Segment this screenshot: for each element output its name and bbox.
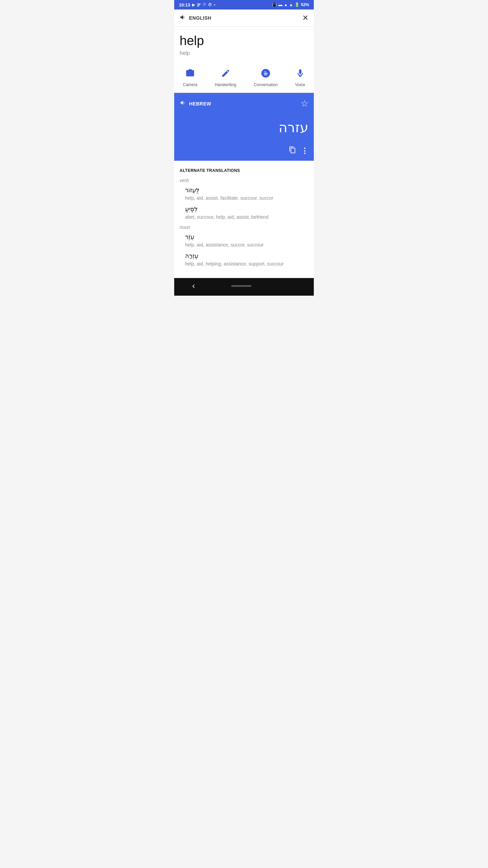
handwriting-label: Handwriting — [215, 82, 236, 87]
alt-translations-ezra: help, aid, helping, assistance, support,… — [185, 261, 308, 267]
battery-icon: 🔋 — [294, 2, 300, 7]
translation-box: HEBREW ☆ עזרה ⋮ — [174, 93, 314, 161]
back-button[interactable]: ‹ — [192, 281, 195, 291]
heart-icon: ♡ — [203, 3, 206, 7]
signal-bars: ▲ — [289, 2, 293, 7]
battery-percent: 52% — [301, 2, 309, 7]
source-word: help — [180, 34, 308, 48]
dot-icon: • — [214, 3, 215, 7]
top-bar-left: ENGLISH — [180, 14, 211, 22]
alt-translations-lesayea: abet, succour, help, aid, assist, befrie… — [185, 214, 308, 220]
alt-entry-ezra: עֶזְרָה help, aid, helping, assistance, … — [180, 252, 308, 267]
translation-lang-left: HEBREW — [180, 99, 211, 108]
camera-icon — [185, 68, 195, 80]
clock-icon: ⏱ — [208, 3, 212, 7]
alternate-translations-title: ALTERNATE TRANSLATIONS — [180, 168, 308, 173]
close-button[interactable]: ✕ — [302, 14, 308, 22]
status-time: 10:13 — [179, 2, 190, 7]
pos-verb-label: verb — [180, 178, 308, 183]
wifi-icon: ▲ — [284, 2, 288, 7]
conversation-tool[interactable]: Conversation — [254, 68, 278, 87]
input-tools: Camera Handwriting Conversation Voice — [174, 65, 314, 93]
more-options-button[interactable]: ⋮ — [301, 146, 308, 155]
handwriting-icon — [221, 68, 230, 80]
signal-icon: ▬ — [278, 2, 282, 7]
translation-header: HEBREW ☆ — [180, 98, 308, 109]
speaker-icon[interactable] — [180, 14, 186, 22]
alternate-translations-section: ALTERNATE TRANSLATIONS verb לַעֲזוֹר hel… — [174, 161, 314, 278]
alt-translations-lazor: help, aid, assist, facilitate, succour, … — [185, 195, 308, 201]
translation-footer: ⋮ — [180, 146, 308, 155]
camera-label: Camera — [183, 82, 198, 87]
alt-hebrew-lazor: לַעֲזוֹר — [185, 186, 308, 194]
vibrate-icon: 📳 — [272, 2, 277, 7]
conversation-icon — [261, 68, 270, 80]
translation-speaker-icon[interactable] — [180, 99, 186, 108]
status-left: 10:13 ▶ 🕊 ♡ ⏱ • — [179, 2, 215, 7]
bottom-nav: ‹ — [174, 278, 314, 296]
notification-icon: 🕊 — [197, 3, 201, 7]
copy-button[interactable] — [289, 146, 296, 155]
target-language-label: HEBREW — [189, 101, 211, 106]
alt-entry-lazor: לַעֲזוֹר help, aid, assist, facilitate, … — [180, 186, 308, 201]
alt-entry-lesayea: לְסַיֵּעַ abet, succour, help, aid, assi… — [180, 205, 308, 220]
status-right: 📳 ▬ ▲ ▲ 🔋 52% — [272, 2, 309, 7]
voice-icon — [296, 68, 305, 80]
voice-label: Voice — [295, 82, 305, 87]
alt-entry-ezer: עֶזֶר help, aid, assistance, succor, suc… — [180, 233, 308, 248]
source-transliteration: help — [180, 50, 308, 56]
handwriting-tool[interactable]: Handwriting — [215, 68, 236, 87]
source-language-label: ENGLISH — [189, 15, 211, 21]
source-area: help help — [174, 27, 314, 65]
play-icon: ▶ — [192, 3, 195, 7]
voice-tool[interactable]: Voice — [295, 68, 305, 87]
top-bar: ENGLISH ✕ — [174, 9, 314, 27]
translated-word: עזרה — [180, 112, 308, 143]
alt-translations-ezer: help, aid, assistance, succor, succour — [185, 242, 308, 248]
alt-hebrew-ezer: עֶזֶר — [185, 233, 308, 241]
alt-hebrew-lesayea: לְסַיֵּעַ — [185, 205, 308, 213]
favorite-button[interactable]: ☆ — [301, 98, 308, 109]
status-bar: 10:13 ▶ 🕊 ♡ ⏱ • 📳 ▬ ▲ ▲ 🔋 52% — [174, 0, 314, 9]
conversation-label: Conversation — [254, 82, 278, 87]
pos-noun-label: noun — [180, 224, 308, 230]
alt-hebrew-ezra: עֶזְרָה — [185, 252, 308, 260]
home-pill[interactable] — [231, 285, 251, 287]
camera-tool[interactable]: Camera — [183, 68, 198, 87]
